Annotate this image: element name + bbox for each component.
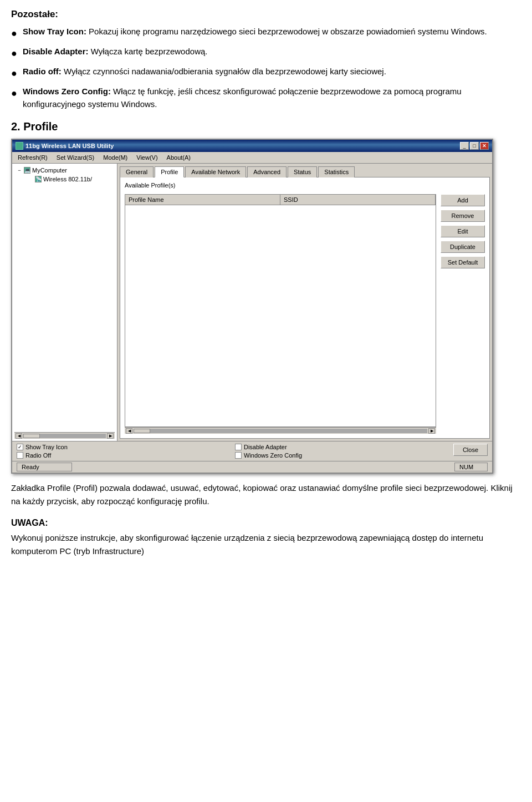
term-windows-zero: Windows Zero Config: [23, 87, 111, 96]
checkbox-col1: ✓ Show Tray Icon Radio Off [17, 444, 235, 459]
right-panel: General Profile Available Network Advanc… [117, 164, 492, 441]
tab-buttons: Add Remove Edit Duplicate Set Default [441, 194, 485, 434]
dialog-title: 11bg Wireless LAN USB Utility [25, 143, 114, 149]
tab-status[interactable]: Status [288, 166, 317, 177]
profile-scrollbar-h[interactable]: ◀ ▶ [125, 427, 436, 434]
bullet-text: Windows Zero Config: Włącz tę funkcję, j… [23, 85, 521, 110]
term-disable-adapter: Disable Adapter: [23, 47, 89, 56]
profile-table-container: Profile Name SSID [125, 194, 436, 427]
checkbox-col2: Disable Adapter Windows Zero Config [235, 444, 453, 459]
scroll-track2[interactable] [134, 429, 427, 433]
menubar: Refresh(R) Set Wizard(S) Mode(M) View(V)… [12, 152, 492, 164]
col-ssid: SSID [280, 195, 436, 205]
status-left: Ready [17, 463, 72, 471]
maximize-button[interactable]: □ [470, 142, 479, 150]
bullet-dot: ● [11, 26, 17, 41]
checkbox-box-disable-adapter[interactable] [235, 444, 242, 450]
scroll-left-btn2[interactable]: ◀ [126, 428, 132, 434]
bullet-dot: ● [11, 46, 17, 61]
scroll-right-btn2[interactable]: ▶ [428, 428, 435, 434]
win-dialog: 11bg Wireless LAN USB Utility _ □ ✕ Refr… [11, 139, 493, 474]
tree-root[interactable]: − 💻 MyComputer [14, 166, 115, 175]
set-default-button[interactable]: Set Default [441, 256, 485, 268]
minimize-button[interactable]: _ [460, 142, 469, 150]
section-title: Pozostałe: [11, 9, 521, 20]
checkbox-radio-off[interactable]: Radio Off [17, 452, 235, 459]
tab-section-label: Available Profile(s) [125, 182, 485, 189]
profile-area: Profile Name SSID ◀ ▶ [125, 194, 485, 434]
left-panel: − 💻 MyComputer 📡 Wireless 802.11b/ ◀ [12, 164, 117, 441]
list-item: ● Windows Zero Config: Włącz tę funkcję,… [11, 85, 521, 110]
col-profile-name: Profile Name [125, 195, 280, 205]
tree-body: − 💻 MyComputer 📡 Wireless 802.11b/ [14, 166, 115, 432]
tab-general[interactable]: General [120, 166, 154, 177]
wireless-icon: 📡 [35, 176, 42, 182]
term-show-tray: Show Tray Icon: [23, 27, 86, 36]
app-icon [16, 142, 23, 150]
win-titlebar: 11bg Wireless LAN USB Utility _ □ ✕ [12, 140, 492, 152]
add-button[interactable]: Add [441, 194, 485, 206]
bullet-text: Radio off: Wyłącz czynności nadawania/od… [23, 65, 386, 78]
tree-child-label: Wireless 802.11b/ [43, 176, 92, 182]
tree-scroll-area: − 💻 MyComputer 📡 Wireless 802.11b/ ◀ [14, 166, 115, 439]
checkbox-label-radio-off: Radio Off [25, 452, 51, 459]
duplicate-button[interactable]: Duplicate [441, 241, 485, 253]
scroll-right-btn[interactable]: ▶ [107, 433, 114, 439]
uwaga-title: UWAGA: [11, 518, 521, 528]
tree-expand-icon: − [17, 167, 22, 173]
tree-root-label: MyComputer [32, 167, 67, 174]
bullet-dot: ● [11, 66, 17, 81]
close-x-button[interactable]: ✕ [480, 142, 489, 150]
menu-view[interactable]: View(V) [133, 153, 161, 162]
checkbox-label-show-tray: Show Tray Icon [25, 444, 68, 450]
scroll-track[interactable] [23, 434, 106, 438]
menu-mode[interactable]: Mode(M) [100, 153, 131, 162]
list-item: ● Radio off: Wyłącz czynności nadawania/… [11, 65, 521, 81]
status-right: NUM [454, 463, 488, 471]
term-radio-off: Radio off: [23, 67, 62, 76]
menu-refresh[interactable]: Refresh(R) [14, 153, 51, 162]
menu-about[interactable]: About(A) [163, 153, 194, 162]
checkbox-windows-zero[interactable]: Windows Zero Config [235, 452, 453, 459]
tab-bar: General Profile Available Network Advanc… [117, 164, 492, 177]
bullet-list: ● Show Tray Icon: Pokazuj ikonę programu… [11, 26, 521, 110]
win-bottom: ✓ Show Tray Icon Radio Off Disable Adapt… [12, 441, 492, 461]
bullet-text: Disable Adapter: Wyłącza kartę bezprzewo… [23, 45, 208, 58]
checkbox-box-windows-zero[interactable] [235, 452, 242, 459]
remove-button[interactable]: Remove [441, 210, 485, 222]
left-scrollbar-h[interactable]: ◀ ▶ [14, 432, 115, 439]
tab-advanced[interactable]: Advanced [247, 166, 287, 177]
uwaga-section: UWAGA: Wykonuj poniższe instrukcje, aby … [11, 518, 521, 558]
titlebar-buttons[interactable]: _ □ ✕ [460, 142, 489, 150]
scroll-thumb[interactable] [23, 434, 40, 438]
menu-setwizard[interactable]: Set Wizard(S) [53, 153, 98, 162]
scroll-left-btn[interactable]: ◀ [16, 433, 22, 439]
edit-button[interactable]: Edit [441, 225, 485, 237]
profile-table-body [125, 205, 436, 427]
list-item: ● Show Tray Icon: Pokazuj ikonę programu… [11, 26, 521, 41]
body-text: Zakładka Profile (Profil) pozwala dodawa… [11, 481, 521, 508]
profile-section-heading: 2. Profile [11, 120, 521, 133]
profile-table-header: Profile Name SSID [125, 195, 436, 205]
close-button[interactable]: Close [453, 444, 488, 456]
win-body: − 💻 MyComputer 📡 Wireless 802.11b/ ◀ [12, 164, 492, 441]
checkbox-box-show-tray[interactable]: ✓ [17, 444, 23, 450]
checkbox-box-radio-off[interactable] [17, 452, 23, 459]
checkbox-show-tray[interactable]: ✓ Show Tray Icon [17, 444, 235, 450]
tab-profile[interactable]: Profile [155, 166, 184, 177]
uwaga-body: Wykonuj poniższe instrukcje, aby skonfig… [11, 531, 521, 558]
tab-statistics[interactable]: Statistics [318, 166, 355, 177]
bullet-text: Show Tray Icon: Pokazuj ikonę programu n… [23, 26, 487, 38]
computer-icon: 💻 [24, 167, 30, 174]
checkbox-label-windows-zero: Windows Zero Config [244, 452, 302, 459]
checkbox-disable-adapter[interactable]: Disable Adapter [235, 444, 453, 450]
tab-available-network[interactable]: Available Network [185, 166, 246, 177]
tree-child[interactable]: 📡 Wireless 802.11b/ [14, 175, 115, 184]
checkbox-label-disable-adapter: Disable Adapter [244, 444, 287, 450]
list-item: ● Disable Adapter: Wyłącza kartę bezprze… [11, 45, 521, 61]
bullet-dot: ● [11, 86, 17, 101]
titlebar-left: 11bg Wireless LAN USB Utility [16, 142, 114, 150]
status-bar: Ready NUM [12, 461, 492, 473]
scroll-thumb2[interactable] [134, 429, 150, 433]
profile-table-wrapper: Profile Name SSID ◀ ▶ [125, 194, 436, 434]
